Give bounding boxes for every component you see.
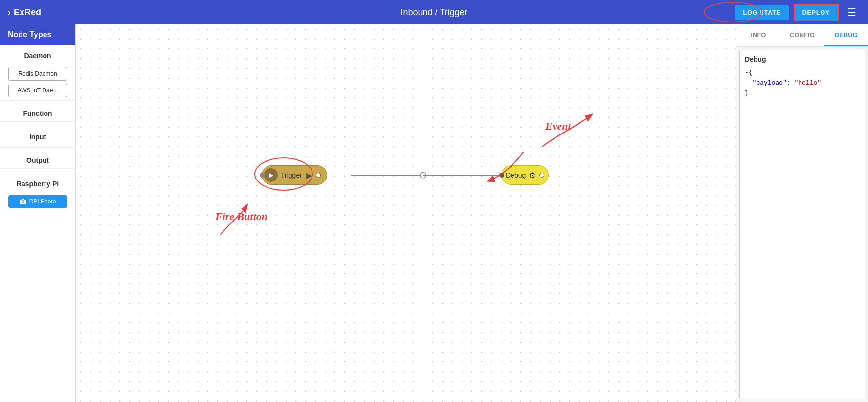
svg-point-1: [420, 172, 426, 178]
debug-input-port: [499, 173, 504, 178]
annotations-svg: [76, 24, 736, 402]
trigger-input-port: [260, 173, 265, 178]
fire-button-annotation: Fire Button: [215, 210, 267, 223]
debug-gear-icon[interactable]: ⚙: [529, 171, 535, 180]
logo-text: ExRed: [14, 7, 41, 18]
sidebar: Node Types Daemon Redis Daemon AWS IoT D…: [0, 24, 76, 402]
right-panel-tabs: INFO CONFIG DEBUG: [736, 24, 868, 47]
debug-output-port: [539, 173, 544, 178]
header-actions: LOG STATE DEPLOY ☰: [735, 4, 860, 21]
debug-node[interactable]: Debug ⚙: [501, 165, 549, 185]
log-state-button[interactable]: LOG STATE: [735, 5, 789, 20]
debug-json-output: -{ "payload": "hello" }: [745, 68, 860, 98]
chevron-icon: ›: [8, 7, 11, 18]
event-annotation: Event: [545, 120, 571, 133]
tab-debug[interactable]: DEBUG: [824, 24, 868, 46]
menu-button[interactable]: ☰: [844, 4, 860, 20]
aws-iot-daemon-button[interactable]: AWS IoT Dae...: [8, 84, 67, 97]
debug-panel-content: Debug -{ "payload": "hello" }: [739, 50, 865, 399]
sidebar-section-daemon: Daemon: [0, 45, 75, 64]
main-layout: Node Types Daemon Redis Daemon AWS IoT D…: [0, 24, 868, 402]
sidebar-section-function: Function: [0, 103, 75, 122]
camera-icon: [20, 199, 26, 204]
sidebar-header: Node Types: [0, 24, 75, 45]
deploy-button[interactable]: DEPLOY: [794, 4, 839, 21]
rpi-photo-button[interactable]: RPI Photo: [8, 195, 67, 208]
canvas-area[interactable]: ▶ Trigger ▶ Debug ⚙: [76, 24, 736, 402]
right-panel: INFO CONFIG DEBUG Debug -{ "payload": "h…: [736, 24, 868, 402]
sidebar-section-input: Input: [0, 126, 75, 145]
tab-config[interactable]: CONFIG: [780, 24, 824, 46]
play-icon: ▶: [269, 172, 273, 179]
tab-info[interactable]: INFO: [736, 24, 780, 46]
redis-daemon-button[interactable]: Redis Daemon: [8, 67, 67, 81]
sidebar-section-raspberry-pi: Raspberry Pi: [0, 173, 75, 192]
header: › ExRed Inbound / Trigger LOG STATE DEPL…: [0, 0, 868, 24]
debug-panel-title: Debug: [745, 55, 860, 63]
logo[interactable]: › ExRed: [8, 7, 41, 18]
sidebar-section-output: Output: [0, 150, 75, 169]
connections-svg: [76, 24, 736, 402]
debug-label: Debug: [506, 171, 526, 179]
rpi-photo-label: RPI Photo: [29, 198, 56, 205]
trigger-node[interactable]: ▶ Trigger ▶: [262, 165, 327, 185]
page-title: Inbound / Trigger: [401, 7, 467, 18]
trigger-play-button[interactable]: ▶: [264, 168, 278, 182]
trigger-label: Trigger: [281, 171, 302, 179]
trigger-output-port: [316, 173, 321, 178]
trigger-arrow-icon: ▶: [306, 171, 312, 180]
